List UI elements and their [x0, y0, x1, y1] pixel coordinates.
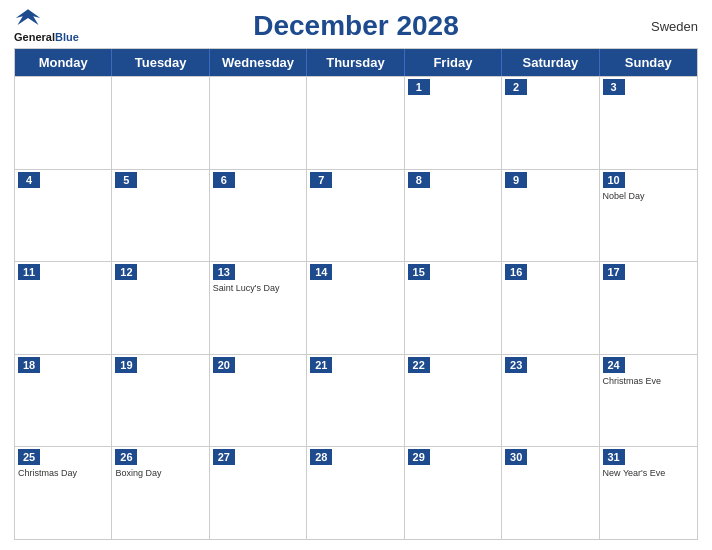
header: GeneralBlue December 2028 Sweden [14, 10, 698, 42]
day-number: 28 [310, 449, 332, 465]
header-saturday: Saturday [502, 49, 599, 76]
week-row-3: 111213Saint Lucy's Day14151617 [15, 261, 697, 354]
calendar-title: December 2028 [253, 10, 458, 42]
day-cell: 21 [307, 355, 404, 447]
day-cell: 6 [210, 170, 307, 262]
day-cell [112, 77, 209, 169]
day-number: 25 [18, 449, 40, 465]
weekday-header-row: Monday Tuesday Wednesday Thursday Friday… [15, 49, 697, 76]
svg-marker-0 [16, 9, 41, 25]
header-monday: Monday [15, 49, 112, 76]
day-cell: 9 [502, 170, 599, 262]
day-cell: 27 [210, 447, 307, 539]
header-sunday: Sunday [600, 49, 697, 76]
day-cell: 11 [15, 262, 112, 354]
day-cell: 2 [502, 77, 599, 169]
day-cell: 25Christmas Day [15, 447, 112, 539]
day-number: 2 [505, 79, 527, 95]
day-number: 14 [310, 264, 332, 280]
day-number: 9 [505, 172, 527, 188]
day-cell: 4 [15, 170, 112, 262]
day-cell: 30 [502, 447, 599, 539]
day-number: 16 [505, 264, 527, 280]
day-number: 21 [310, 357, 332, 373]
day-cell: 22 [405, 355, 502, 447]
day-cell: 13Saint Lucy's Day [210, 262, 307, 354]
day-cell: 17 [600, 262, 697, 354]
day-cell: 3 [600, 77, 697, 169]
header-tuesday: Tuesday [112, 49, 209, 76]
day-cell [307, 77, 404, 169]
calendar-grid: Monday Tuesday Wednesday Thursday Friday… [14, 48, 698, 540]
day-number: 7 [310, 172, 332, 188]
day-cell: 7 [307, 170, 404, 262]
day-event-label: Saint Lucy's Day [213, 283, 303, 294]
day-cell: 20 [210, 355, 307, 447]
logo-general-text: General [14, 31, 55, 43]
day-number: 6 [213, 172, 235, 188]
week-row-5: 25Christmas Day26Boxing Day2728293031New… [15, 446, 697, 539]
day-number: 5 [115, 172, 137, 188]
day-number: 15 [408, 264, 430, 280]
day-cell: 26Boxing Day [112, 447, 209, 539]
week-row-4: 18192021222324Christmas Eve [15, 354, 697, 447]
day-number: 29 [408, 449, 430, 465]
day-cell: 29 [405, 447, 502, 539]
day-cell: 24Christmas Eve [600, 355, 697, 447]
day-number: 1 [408, 79, 430, 95]
header-thursday: Thursday [307, 49, 404, 76]
day-number: 26 [115, 449, 137, 465]
day-number: 13 [213, 264, 235, 280]
day-number: 22 [408, 357, 430, 373]
day-cell: 8 [405, 170, 502, 262]
day-number: 3 [603, 79, 625, 95]
day-event-label: Christmas Eve [603, 376, 694, 387]
day-cell: 19 [112, 355, 209, 447]
day-event-label: Christmas Day [18, 468, 108, 479]
calendar-body: 12345678910Nobel Day111213Saint Lucy's D… [15, 76, 697, 539]
day-number: 19 [115, 357, 137, 373]
day-cell: 28 [307, 447, 404, 539]
day-number: 24 [603, 357, 625, 373]
day-cell: 14 [307, 262, 404, 354]
day-number: 10 [603, 172, 625, 188]
day-number: 27 [213, 449, 235, 465]
day-cell [210, 77, 307, 169]
week-row-2: 45678910Nobel Day [15, 169, 697, 262]
day-cell: 16 [502, 262, 599, 354]
day-cell: 23 [502, 355, 599, 447]
header-friday: Friday [405, 49, 502, 76]
day-cell: 1 [405, 77, 502, 169]
day-number: 17 [603, 264, 625, 280]
day-cell: 5 [112, 170, 209, 262]
day-number: 12 [115, 264, 137, 280]
day-number: 11 [18, 264, 40, 280]
day-number: 23 [505, 357, 527, 373]
header-wednesday: Wednesday [210, 49, 307, 76]
calendar-page: GeneralBlue December 2028 Sweden Monday … [0, 0, 712, 550]
day-cell: 10Nobel Day [600, 170, 697, 262]
day-number: 18 [18, 357, 40, 373]
day-number: 30 [505, 449, 527, 465]
day-event-label: Nobel Day [603, 191, 694, 202]
day-cell: 18 [15, 355, 112, 447]
day-number: 20 [213, 357, 235, 373]
logo-bird-icon [14, 7, 42, 27]
day-event-label: New Year's Eve [603, 468, 694, 479]
day-cell: 31New Year's Eve [600, 447, 697, 539]
day-number: 8 [408, 172, 430, 188]
logo-blue-text: Blue [55, 31, 79, 43]
day-cell [15, 77, 112, 169]
day-event-label: Boxing Day [115, 468, 205, 479]
week-row-1: 123 [15, 76, 697, 169]
day-cell: 15 [405, 262, 502, 354]
day-cell: 12 [112, 262, 209, 354]
day-number: 4 [18, 172, 40, 188]
day-number: 31 [603, 449, 625, 465]
country-label: Sweden [651, 19, 698, 34]
logo: GeneralBlue [14, 7, 79, 45]
